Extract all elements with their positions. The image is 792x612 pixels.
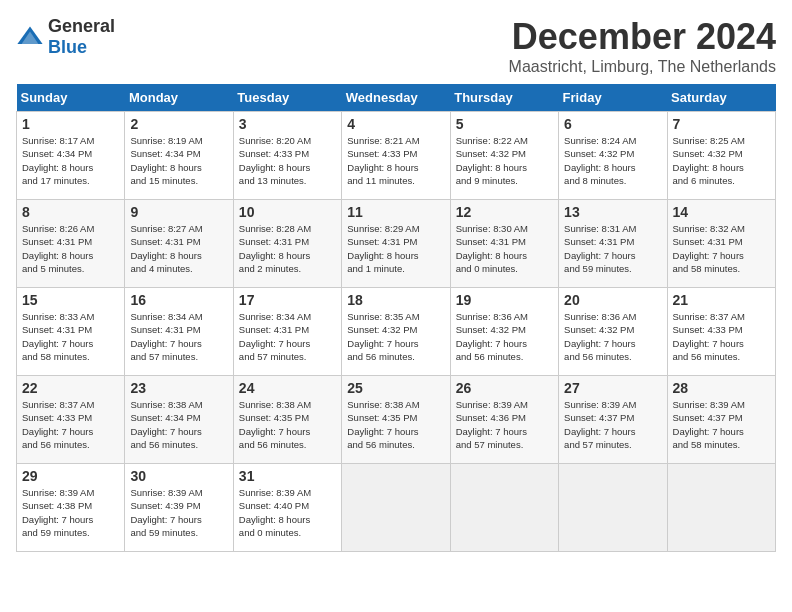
day-number: 17: [239, 292, 336, 308]
table-cell: 14Sunrise: 8:32 AM Sunset: 4:31 PM Dayli…: [667, 200, 775, 288]
header-thursday: Thursday: [450, 84, 558, 112]
table-cell: 13Sunrise: 8:31 AM Sunset: 4:31 PM Dayli…: [559, 200, 667, 288]
day-number: 31: [239, 468, 336, 484]
day-number: 10: [239, 204, 336, 220]
day-info: Sunrise: 8:33 AM Sunset: 4:31 PM Dayligh…: [22, 310, 119, 363]
day-number: 8: [22, 204, 119, 220]
table-cell: 4Sunrise: 8:21 AM Sunset: 4:33 PM Daylig…: [342, 112, 450, 200]
day-info: Sunrise: 8:17 AM Sunset: 4:34 PM Dayligh…: [22, 134, 119, 187]
table-cell: 18Sunrise: 8:35 AM Sunset: 4:32 PM Dayli…: [342, 288, 450, 376]
day-info: Sunrise: 8:37 AM Sunset: 4:33 PM Dayligh…: [673, 310, 770, 363]
table-cell: 12Sunrise: 8:30 AM Sunset: 4:31 PM Dayli…: [450, 200, 558, 288]
day-number: 12: [456, 204, 553, 220]
table-cell: 8Sunrise: 8:26 AM Sunset: 4:31 PM Daylig…: [17, 200, 125, 288]
day-info: Sunrise: 8:31 AM Sunset: 4:31 PM Dayligh…: [564, 222, 661, 275]
day-number: 28: [673, 380, 770, 396]
day-number: 7: [673, 116, 770, 132]
table-cell: 6Sunrise: 8:24 AM Sunset: 4:32 PM Daylig…: [559, 112, 667, 200]
table-cell: 16Sunrise: 8:34 AM Sunset: 4:31 PM Dayli…: [125, 288, 233, 376]
header-saturday: Saturday: [667, 84, 775, 112]
day-info: Sunrise: 8:20 AM Sunset: 4:33 PM Dayligh…: [239, 134, 336, 187]
table-cell: [667, 464, 775, 552]
table-cell: 19Sunrise: 8:36 AM Sunset: 4:32 PM Dayli…: [450, 288, 558, 376]
page-header: General Blue December 2024 Maastricht, L…: [16, 16, 776, 76]
day-number: 22: [22, 380, 119, 396]
day-info: Sunrise: 8:34 AM Sunset: 4:31 PM Dayligh…: [239, 310, 336, 363]
day-number: 19: [456, 292, 553, 308]
day-number: 29: [22, 468, 119, 484]
week-row-3: 15Sunrise: 8:33 AM Sunset: 4:31 PM Dayli…: [17, 288, 776, 376]
day-info: Sunrise: 8:25 AM Sunset: 4:32 PM Dayligh…: [673, 134, 770, 187]
table-cell: 22Sunrise: 8:37 AM Sunset: 4:33 PM Dayli…: [17, 376, 125, 464]
week-row-1: 1Sunrise: 8:17 AM Sunset: 4:34 PM Daylig…: [17, 112, 776, 200]
table-cell: 9Sunrise: 8:27 AM Sunset: 4:31 PM Daylig…: [125, 200, 233, 288]
day-info: Sunrise: 8:34 AM Sunset: 4:31 PM Dayligh…: [130, 310, 227, 363]
table-cell: 11Sunrise: 8:29 AM Sunset: 4:31 PM Dayli…: [342, 200, 450, 288]
header-sunday: Sunday: [17, 84, 125, 112]
header-wednesday: Wednesday: [342, 84, 450, 112]
title-area: December 2024 Maastricht, Limburg, The N…: [509, 16, 776, 76]
day-number: 26: [456, 380, 553, 396]
day-number: 13: [564, 204, 661, 220]
day-info: Sunrise: 8:39 AM Sunset: 4:39 PM Dayligh…: [130, 486, 227, 539]
table-cell: 1Sunrise: 8:17 AM Sunset: 4:34 PM Daylig…: [17, 112, 125, 200]
header-monday: Monday: [125, 84, 233, 112]
table-cell: 26Sunrise: 8:39 AM Sunset: 4:36 PM Dayli…: [450, 376, 558, 464]
table-cell: 20Sunrise: 8:36 AM Sunset: 4:32 PM Dayli…: [559, 288, 667, 376]
day-number: 18: [347, 292, 444, 308]
day-number: 2: [130, 116, 227, 132]
table-cell: 17Sunrise: 8:34 AM Sunset: 4:31 PM Dayli…: [233, 288, 341, 376]
table-cell: 3Sunrise: 8:20 AM Sunset: 4:33 PM Daylig…: [233, 112, 341, 200]
day-info: Sunrise: 8:27 AM Sunset: 4:31 PM Dayligh…: [130, 222, 227, 275]
table-cell: 27Sunrise: 8:39 AM Sunset: 4:37 PM Dayli…: [559, 376, 667, 464]
table-cell: 25Sunrise: 8:38 AM Sunset: 4:35 PM Dayli…: [342, 376, 450, 464]
day-info: Sunrise: 8:19 AM Sunset: 4:34 PM Dayligh…: [130, 134, 227, 187]
day-info: Sunrise: 8:36 AM Sunset: 4:32 PM Dayligh…: [564, 310, 661, 363]
day-number: 23: [130, 380, 227, 396]
day-number: 25: [347, 380, 444, 396]
location-title: Maastricht, Limburg, The Netherlands: [509, 58, 776, 76]
day-info: Sunrise: 8:22 AM Sunset: 4:32 PM Dayligh…: [456, 134, 553, 187]
day-info: Sunrise: 8:26 AM Sunset: 4:31 PM Dayligh…: [22, 222, 119, 275]
day-info: Sunrise: 8:36 AM Sunset: 4:32 PM Dayligh…: [456, 310, 553, 363]
table-cell: [450, 464, 558, 552]
day-number: 3: [239, 116, 336, 132]
day-info: Sunrise: 8:29 AM Sunset: 4:31 PM Dayligh…: [347, 222, 444, 275]
day-number: 30: [130, 468, 227, 484]
day-info: Sunrise: 8:21 AM Sunset: 4:33 PM Dayligh…: [347, 134, 444, 187]
table-cell: 28Sunrise: 8:39 AM Sunset: 4:37 PM Dayli…: [667, 376, 775, 464]
table-cell: 2Sunrise: 8:19 AM Sunset: 4:34 PM Daylig…: [125, 112, 233, 200]
table-cell: 30Sunrise: 8:39 AM Sunset: 4:39 PM Dayli…: [125, 464, 233, 552]
table-cell: 31Sunrise: 8:39 AM Sunset: 4:40 PM Dayli…: [233, 464, 341, 552]
day-info: Sunrise: 8:32 AM Sunset: 4:31 PM Dayligh…: [673, 222, 770, 275]
day-number: 14: [673, 204, 770, 220]
day-info: Sunrise: 8:38 AM Sunset: 4:35 PM Dayligh…: [239, 398, 336, 451]
day-info: Sunrise: 8:39 AM Sunset: 4:38 PM Dayligh…: [22, 486, 119, 539]
day-number: 27: [564, 380, 661, 396]
table-cell: 24Sunrise: 8:38 AM Sunset: 4:35 PM Dayli…: [233, 376, 341, 464]
day-number: 11: [347, 204, 444, 220]
day-number: 1: [22, 116, 119, 132]
month-title: December 2024: [509, 16, 776, 58]
day-number: 16: [130, 292, 227, 308]
day-info: Sunrise: 8:38 AM Sunset: 4:35 PM Dayligh…: [347, 398, 444, 451]
day-info: Sunrise: 8:28 AM Sunset: 4:31 PM Dayligh…: [239, 222, 336, 275]
day-info: Sunrise: 8:39 AM Sunset: 4:40 PM Dayligh…: [239, 486, 336, 539]
week-row-5: 29Sunrise: 8:39 AM Sunset: 4:38 PM Dayli…: [17, 464, 776, 552]
table-cell: [342, 464, 450, 552]
table-cell: 15Sunrise: 8:33 AM Sunset: 4:31 PM Dayli…: [17, 288, 125, 376]
day-info: Sunrise: 8:30 AM Sunset: 4:31 PM Dayligh…: [456, 222, 553, 275]
day-number: 9: [130, 204, 227, 220]
day-number: 5: [456, 116, 553, 132]
logo: General Blue: [16, 16, 115, 58]
header-friday: Friday: [559, 84, 667, 112]
table-cell: 10Sunrise: 8:28 AM Sunset: 4:31 PM Dayli…: [233, 200, 341, 288]
day-number: 4: [347, 116, 444, 132]
table-cell: 23Sunrise: 8:38 AM Sunset: 4:34 PM Dayli…: [125, 376, 233, 464]
table-cell: 29Sunrise: 8:39 AM Sunset: 4:38 PM Dayli…: [17, 464, 125, 552]
day-info: Sunrise: 8:39 AM Sunset: 4:37 PM Dayligh…: [564, 398, 661, 451]
header-tuesday: Tuesday: [233, 84, 341, 112]
day-info: Sunrise: 8:24 AM Sunset: 4:32 PM Dayligh…: [564, 134, 661, 187]
day-number: 20: [564, 292, 661, 308]
table-cell: 21Sunrise: 8:37 AM Sunset: 4:33 PM Dayli…: [667, 288, 775, 376]
